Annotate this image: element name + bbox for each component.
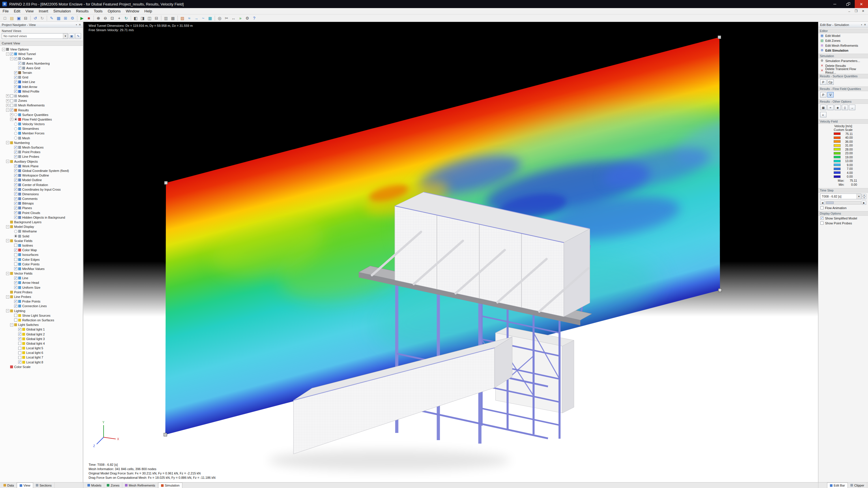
run-simulation-button[interactable]: ▶: [79, 15, 85, 21]
velocity-vectors-button[interactable]: →: [193, 15, 199, 21]
tree-item-hidden-objects-in-background[interactable]: ✓Hidden Objects in Background: [1, 215, 83, 220]
expander-icon[interactable]: −: [6, 295, 9, 298]
tab-edit-bar[interactable]: Edit Bar: [827, 483, 848, 488]
tree-item-color-map[interactable]: ✓Color Map: [1, 248, 83, 252]
edit-mesh-refinements-button[interactable]: ⊞: [62, 15, 69, 21]
tree-item-global-light-1[interactable]: ✓Global light 1: [1, 327, 83, 332]
tree-item-reflection-on-surfaces[interactable]: Reflection on Surfaces: [1, 318, 83, 322]
corner-handle[interactable]: [164, 433, 167, 436]
tree-item-streamlines[interactable]: Streamlines: [1, 126, 83, 131]
checkbox[interactable]: ✓: [10, 53, 13, 56]
tree-item-member-forces[interactable]: Member Forces: [1, 131, 83, 135]
mdi-close-icon[interactable]: ✕: [860, 9, 866, 13]
edit-simulation-button[interactable]: ⚙: [69, 15, 75, 21]
zoom-in-button[interactable]: ⊕: [95, 15, 101, 21]
tree-item-outline[interactable]: −✓Outline: [1, 56, 83, 61]
checkbox[interactable]: [18, 356, 21, 359]
tree-item-work-plane[interactable]: ✓Work Plane: [1, 164, 83, 168]
checkbox[interactable]: ✓: [14, 174, 17, 177]
tree-item-background-layers[interactable]: Background Layers: [1, 220, 83, 224]
editbar-item-edit-mesh-refinements[interactable]: ⊞Edit Mesh Refinements: [818, 43, 868, 48]
checkbox[interactable]: ✓: [820, 217, 824, 220]
checkbox[interactable]: [14, 253, 17, 256]
tree-item-local-light-5[interactable]: Local light 5: [1, 346, 83, 351]
tree-item-model-outline[interactable]: ✓Model Outline: [1, 178, 83, 182]
expander-icon[interactable]: +: [10, 113, 13, 116]
checkbox[interactable]: ✓: [18, 328, 21, 331]
tree-item-results[interactable]: −✓Results: [1, 107, 83, 112]
edit-named-views-button[interactable]: ✎: [75, 33, 81, 39]
checkbox[interactable]: ✓: [14, 188, 17, 191]
expander-icon[interactable]: −: [6, 141, 9, 144]
tree-item-flow-field-quantities[interactable]: +Flow Field Quantities: [1, 117, 83, 122]
result-slice-plane-button[interactable]: ▯: [842, 105, 848, 110]
checkbox[interactable]: ✓: [14, 211, 17, 214]
checkbox[interactable]: ✓: [18, 62, 21, 65]
view-top-button[interactable]: ⊟: [153, 15, 160, 21]
result-on-surfaces-button[interactable]: ▦: [820, 105, 827, 110]
color-map-button[interactable]: ▦: [207, 15, 213, 21]
tree-item-min-max-values[interactable]: ✓Min/Max Values: [1, 266, 83, 271]
surface-p-button[interactable]: P: [820, 79, 827, 85]
tree-item-global-light-4[interactable]: Global light 4: [1, 341, 83, 346]
expander-icon[interactable]: +: [6, 99, 9, 102]
checkbox[interactable]: ✓: [14, 267, 17, 270]
checkbox[interactable]: ✓: [14, 300, 17, 303]
print-button[interactable]: ⊟: [23, 15, 29, 21]
result-vectors-button[interactable]: →: [849, 105, 855, 110]
menu-window[interactable]: Window: [123, 8, 142, 14]
menu-results[interactable]: Results: [73, 8, 91, 14]
tree-item-light-switches[interactable]: −Light Switches: [1, 322, 83, 327]
tree-item-auxiliary-objects[interactable]: −Auxiliary Objects: [1, 159, 83, 164]
checkbox[interactable]: [10, 94, 13, 97]
result-transparency-button[interactable]: ◐: [820, 112, 827, 118]
tree-item-isosurfaces[interactable]: Isosurfaces: [1, 252, 83, 257]
named-views-select[interactable]: No named views ▼: [2, 33, 68, 39]
corner-handle[interactable]: [718, 36, 721, 39]
checkbox[interactable]: ✓: [14, 197, 17, 200]
checkbox[interactable]: [18, 342, 21, 345]
expander-icon[interactable]: −: [6, 309, 9, 312]
tree-item-comments[interactable]: ✓Comments: [1, 196, 83, 201]
tree-item-models[interactable]: +Models: [1, 94, 83, 98]
tree-item-axes-numbering[interactable]: ✓Axes Numbering: [1, 61, 83, 66]
surface-pressure-button[interactable]: ▨: [179, 15, 186, 21]
menu-view[interactable]: View: [23, 8, 36, 14]
checkbox[interactable]: ✓: [14, 169, 17, 172]
checkbox[interactable]: ✓: [14, 164, 17, 168]
mdi-restore-icon[interactable]: ❐: [853, 9, 859, 13]
menu-options[interactable]: Options: [105, 8, 123, 14]
close-button[interactable]: ✕: [855, 0, 868, 8]
radio[interactable]: [14, 234, 17, 238]
tab-zones[interactable]: Zones: [104, 483, 122, 488]
time-step-slider[interactable]: [825, 201, 861, 204]
tree-item-surface-quantities[interactable]: +Surface Quantities: [1, 112, 83, 117]
expander-icon[interactable]: +: [10, 118, 13, 121]
surface-cp-button[interactable]: Cp: [827, 79, 834, 85]
checkbox[interactable]: [10, 104, 13, 107]
tree-item-view-options[interactable]: −View Options: [1, 47, 83, 52]
time-step-next-button[interactable]: ▶: [862, 201, 866, 205]
editbar-item-edit-model[interactable]: ▦Edit Model: [818, 33, 868, 38]
tree-item-mesh[interactable]: Mesh: [1, 136, 83, 140]
radio[interactable]: [14, 132, 17, 135]
restore-button[interactable]: [841, 0, 855, 8]
tree-item-point-clouds[interactable]: ✓Point Clouds: [1, 210, 83, 215]
pan-view-button[interactable]: +: [116, 15, 122, 21]
tree-item-axes-grid[interactable]: ✓Axes Grid: [1, 66, 83, 70]
checkbox[interactable]: ✓: [14, 155, 17, 158]
checkbox[interactable]: ✓: [18, 66, 21, 69]
tab-clipper[interactable]: Clipper: [848, 483, 867, 488]
checkbox[interactable]: ✓: [14, 276, 17, 280]
expander-icon[interactable]: −: [6, 225, 9, 228]
checkbox[interactable]: ✓: [14, 80, 17, 84]
expander-icon[interactable]: +: [6, 104, 9, 107]
redo-button[interactable]: ↻: [39, 15, 45, 21]
probe-button[interactable]: ◎: [216, 15, 223, 21]
flow-animation-checkbox[interactable]: [820, 206, 824, 209]
tree-item-mesh-refinements[interactable]: +Mesh Refinements: [1, 103, 83, 107]
checkbox[interactable]: ✓: [14, 151, 17, 154]
checkbox[interactable]: ✓: [14, 286, 17, 289]
pin-icon[interactable]: ▪: [861, 23, 862, 26]
zoom-window-button[interactable]: ⊡: [109, 15, 116, 21]
